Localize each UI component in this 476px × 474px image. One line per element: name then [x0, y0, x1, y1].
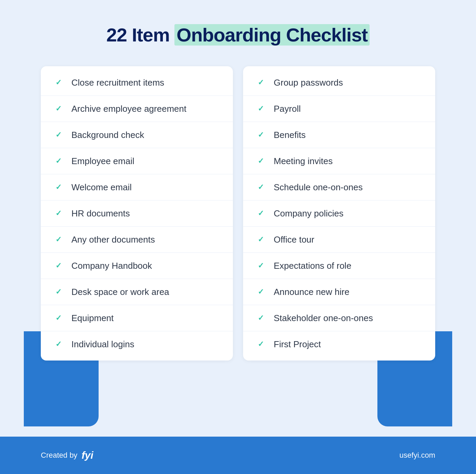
list-item: ✓ Company policies: [243, 200, 435, 227]
check-icon: ✓: [53, 103, 64, 114]
list-item: ✓ Archive employee agreement: [41, 96, 233, 122]
item-label: Any other documents: [71, 234, 155, 245]
item-label: First Project: [274, 339, 321, 350]
item-label: Office tour: [274, 234, 314, 245]
item-label: HR documents: [71, 208, 130, 219]
check-icon: ✓: [255, 156, 266, 166]
item-label: Desk space or work area: [71, 287, 169, 297]
page-title: 22 Item Onboarding Checklist: [106, 24, 370, 46]
list-item: ✓ Company Handbook: [41, 253, 233, 279]
item-label: Group passwords: [274, 77, 343, 88]
list-item: ✓ Close recruitment items: [41, 70, 233, 96]
item-label: Announce new hire: [274, 287, 350, 297]
check-icon: ✓: [53, 77, 64, 88]
check-icon: ✓: [255, 313, 266, 323]
title-highlight: Onboarding Checklist: [174, 24, 370, 46]
main-content: ✓ Close recruitment items ✓ Archive empl…: [41, 66, 435, 361]
page-wrapper: 22 Item Onboarding Checklist ✓ Close rec…: [0, 0, 476, 474]
list-item: ✓ Office tour: [243, 227, 435, 253]
list-item: ✓ Individual logins: [41, 331, 233, 357]
list-item: ✓ HR documents: [41, 200, 233, 227]
item-label: Archive employee agreement: [71, 104, 186, 114]
check-icon: ✓: [53, 129, 64, 140]
list-item: ✓ Payroll: [243, 96, 435, 122]
list-item: ✓ First Project: [243, 331, 435, 357]
item-label: Company policies: [274, 208, 343, 219]
list-item: ✓ Equipment: [41, 305, 233, 331]
list-item: ✓ Benefits: [243, 122, 435, 148]
list-item: ✓ Announce new hire: [243, 279, 435, 305]
item-label: Employee email: [71, 156, 134, 166]
item-label: Individual logins: [71, 339, 134, 350]
check-icon: ✓: [255, 286, 266, 297]
footer-created-by-label: Created by: [41, 451, 78, 460]
item-label: Background check: [71, 130, 144, 140]
list-item: ✓ Stakeholder one-on-ones: [243, 305, 435, 331]
list-item: ✓ Employee email: [41, 148, 233, 174]
item-label: Meeting invites: [274, 156, 333, 166]
title-prefix: 22 Item: [106, 24, 175, 46]
check-icon: ✓: [53, 313, 64, 323]
footer-left: Created by fyi: [41, 450, 94, 461]
footer-url: usefyi.com: [400, 451, 435, 460]
item-label: Expectations of role: [274, 261, 351, 271]
check-icon: ✓: [255, 77, 266, 88]
list-item: ✓ Expectations of role: [243, 253, 435, 279]
item-label: Company Handbook: [71, 261, 152, 271]
footer-brand-name: fyi: [82, 450, 94, 461]
list-item: ✓ Group passwords: [243, 70, 435, 96]
item-label: Schedule one-on-ones: [274, 182, 363, 193]
check-icon: ✓: [255, 103, 266, 114]
check-icon: ✓: [53, 339, 64, 350]
item-label: Equipment: [71, 313, 114, 323]
check-icon: ✓: [255, 339, 266, 350]
check-icon: ✓: [255, 234, 266, 245]
list-item: ✓ Welcome email: [41, 174, 233, 200]
check-icon: ✓: [255, 129, 266, 140]
list-item: ✓ Meeting invites: [243, 148, 435, 174]
check-icon: ✓: [53, 156, 64, 166]
list-item: ✓ Desk space or work area: [41, 279, 233, 305]
check-icon: ✓: [53, 182, 64, 193]
check-icon: ✓: [53, 208, 64, 219]
left-checklist-card: ✓ Close recruitment items ✓ Archive empl…: [41, 66, 233, 361]
check-icon: ✓: [53, 260, 64, 271]
check-icon: ✓: [255, 182, 266, 193]
list-item: ✓ Background check: [41, 122, 233, 148]
check-icon: ✓: [53, 234, 64, 245]
header: 22 Item Onboarding Checklist: [106, 24, 370, 46]
item-label: Welcome email: [71, 182, 132, 193]
item-label: Payroll: [274, 104, 301, 114]
item-label: Close recruitment items: [71, 77, 164, 88]
check-icon: ✓: [255, 208, 266, 219]
list-item: ✓ Schedule one-on-ones: [243, 174, 435, 200]
right-checklist-card: ✓ Group passwords ✓ Payroll ✓ Benefits ✓…: [243, 66, 435, 361]
item-label: Stakeholder one-on-ones: [274, 313, 373, 323]
check-icon: ✓: [255, 260, 266, 271]
footer: Created by fyi usefyi.com: [0, 437, 476, 474]
item-label: Benefits: [274, 130, 306, 140]
check-icon: ✓: [53, 286, 64, 297]
list-item: ✓ Any other documents: [41, 227, 233, 253]
